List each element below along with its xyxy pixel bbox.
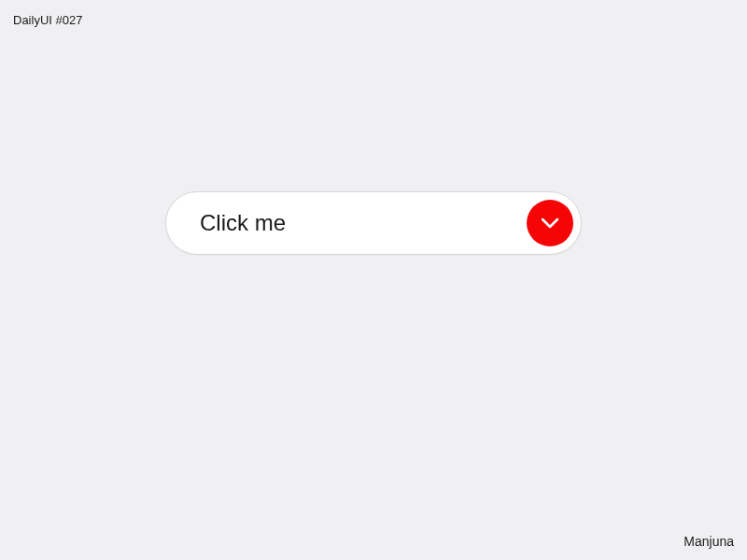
dropdown-select[interactable]: Click me <box>165 191 582 255</box>
page-title: DailyUI #027 <box>13 13 82 27</box>
dropdown-label: Click me <box>200 210 286 236</box>
chevron-down-icon <box>541 217 559 229</box>
dropdown-toggle-button[interactable] <box>527 200 573 246</box>
author-label: Manjuna <box>684 534 734 549</box>
